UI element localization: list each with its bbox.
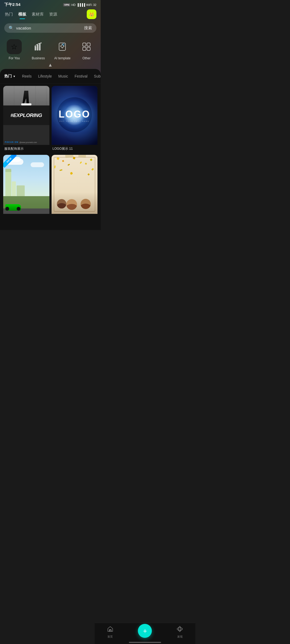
svg-rect-10 (83, 47, 86, 50)
star-icon: ☆ (11, 42, 17, 51)
svg-rect-9 (87, 43, 90, 46)
filter-tab-festival[interactable]: Festival (71, 73, 91, 79)
party-label (52, 214, 98, 220)
top-nav: 热门 模板 素材库 资源 👑 (0, 8, 101, 21)
filter-tab-reels[interactable]: Reels (19, 73, 35, 79)
focus-text: FOCUS ON (5, 141, 18, 143)
status-time: 下午2:54 (4, 2, 20, 7)
tab-resources[interactable]: 资源 (49, 11, 58, 18)
svg-rect-2 (39, 43, 41, 50)
category-other[interactable]: Other (77, 39, 96, 60)
category-business[interactable]: Business (29, 39, 48, 60)
search-bar[interactable]: 🔍 vacation 搜索 (4, 23, 96, 33)
scroll-indicator: ▲ (0, 62, 101, 68)
nav-tabs: 热门 模板 素材库 资源 (4, 11, 58, 18)
ai-template-icon-wrap: + (55, 39, 70, 54)
other-label: Other (82, 56, 90, 60)
svg-rect-11 (87, 47, 90, 50)
crown-button[interactable]: 👑 (87, 9, 96, 19)
tab-hot[interactable]: 热门 (4, 11, 13, 18)
for-you-label: For You (9, 56, 20, 60)
category-for-you[interactable]: ☆ For You (5, 39, 24, 60)
svg-rect-0 (35, 46, 36, 50)
category-row: ☆ For You Business + AI t (0, 35, 101, 62)
filter-tab-music[interactable]: Music (55, 73, 71, 79)
logo-sub-text: PUT YOUR TEXT HERE (52, 120, 98, 122)
template-grid: #EXPLORING FOCUS ON @www.yourweb.com 服装配… (0, 84, 101, 222)
chevron-up-icon: ▲ (48, 62, 53, 68)
other-icon-wrap (79, 39, 94, 54)
svg-point-3 (41, 42, 42, 43)
logo-main-text: LOGO (52, 109, 98, 120)
for-you-icon-wrap: ☆ (7, 39, 22, 54)
svg-rect-1 (37, 45, 38, 50)
status-bar: 下午2:54 VPN HD ▐▐▐▐ WiFi 32 (0, 0, 101, 8)
ai-template-label: AI template (54, 56, 71, 60)
category-ai-template[interactable]: + AI template (53, 39, 72, 60)
tab-template[interactable]: 模板 (18, 11, 27, 18)
business-icon-wrap (31, 39, 46, 54)
logo-label: LOGO展示 11 (52, 145, 98, 153)
filter-tab-lifestyle[interactable]: Lifestyle (35, 73, 55, 79)
battery-icon: 32 (93, 3, 96, 6)
website-text: @www.yourweb.com (19, 141, 37, 143)
tab-materials[interactable]: 素材库 (31, 11, 44, 18)
search-value[interactable]: vacation (16, 26, 31, 30)
template-card-city[interactable] (3, 155, 49, 220)
search-icon: 🔍 (9, 25, 14, 31)
city-label (3, 214, 49, 220)
dropdown-arrow-icon: ▼ (13, 75, 16, 78)
filter-tabs: 热门 ▼ Reels Lifestyle Music Festival Subs… (0, 69, 101, 84)
filter-tab-hot[interactable]: 热门 ▼ (4, 73, 19, 80)
hd-badge: HD (71, 3, 76, 6)
template-card-fashion[interactable]: #EXPLORING FOCUS ON @www.yourweb.com 服装配… (3, 86, 49, 153)
template-card-logo[interactable]: LOGO PUT YOUR TEXT HERE LOGO展示 11 (52, 86, 98, 153)
crown-icon: 👑 (89, 11, 95, 17)
filter-tab-subscribe[interactable]: Subscribe (91, 73, 101, 79)
fashion-label: 服装配饰展示 (3, 145, 49, 153)
template-card-party[interactable] (52, 155, 98, 220)
svg-rect-8 (83, 43, 86, 46)
business-label: Business (32, 56, 45, 60)
svg-text:+: + (63, 44, 64, 46)
new-badge (3, 155, 17, 168)
wifi-icon: WiFi (86, 3, 92, 6)
signal-icon: ▐▐▐▐ (77, 3, 85, 6)
main-content: 热门 ▼ Reels Lifestyle Music Festival Subs… (0, 69, 101, 230)
status-icons: VPN HD ▐▐▐▐ WiFi 32 (63, 3, 96, 6)
search-button[interactable]: 搜索 (84, 25, 92, 31)
vpn-badge: VPN (63, 3, 70, 6)
